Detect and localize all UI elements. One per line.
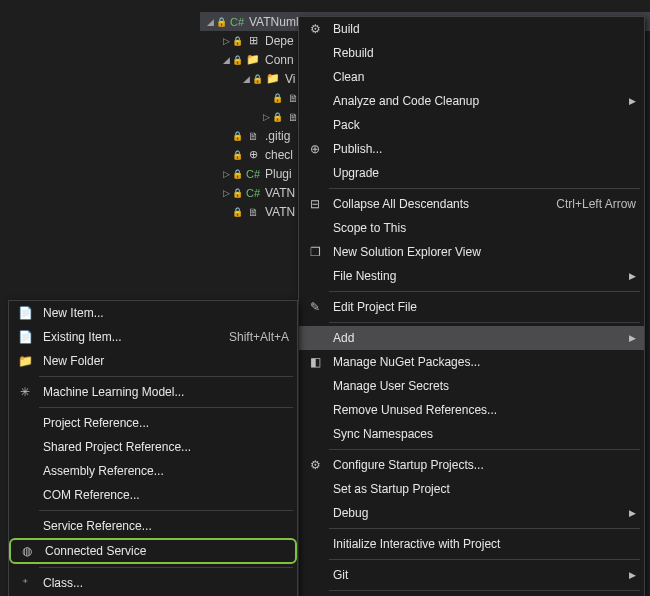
menu-item-machine-learning-model[interactable]: ✳Machine Learning Model... [9,380,297,404]
menu-shortcut: Shift+Alt+A [213,330,289,344]
menu-item-publish[interactable]: ⊕Publish... [299,137,644,161]
menu-item-manage-nuget-packages[interactable]: ◧Manage NuGet Packages... [299,350,644,374]
menu-item-assembly-reference[interactable]: Assembly Reference... [9,459,297,483]
collapse-icon: ⊟ [303,197,327,211]
lock-icon: 🔒 [252,74,263,84]
menu-item-label: Assembly Reference... [37,464,289,478]
menu-item-sync-namespaces[interactable]: Sync Namespaces [299,422,644,446]
menu-item-com-reference[interactable]: COM Reference... [9,483,297,507]
menu-item-label: Scope to This [327,221,636,235]
menu-separator [329,188,640,189]
startup-icon: ⚙ [303,458,327,472]
folder-icon: 📁 [245,52,261,68]
menu-item-edit-project-file[interactable]: ✎Edit Project File [299,295,644,319]
menu-item-new-solution-explorer-view[interactable]: ❐New Solution Explorer View [299,240,644,264]
lock-icon: 🔒 [232,207,243,217]
menu-item-label: Debug [327,506,621,520]
menu-item-label: Edit Project File [327,300,636,314]
menu-item-pack[interactable]: Pack [299,113,644,137]
menu-item-label: Add [327,331,621,345]
menu-item-label: File Nesting [327,269,621,283]
menu-separator [329,559,640,560]
menu-item-file-nesting[interactable]: File Nesting▶ [299,264,644,288]
menu-item-label: Remove Unused References... [327,403,636,417]
menu-item-configure-startup-projects[interactable]: ⚙Configure Startup Projects... [299,453,644,477]
ml-icon: ✳ [13,385,37,399]
dependencies-icon: ⊞ [245,33,261,49]
menu-separator [39,376,293,377]
menu-item-remove-unused-references[interactable]: Remove Unused References... [299,398,644,422]
existing-icon: 📄 [13,330,37,344]
menu-item-label: Existing Item... [37,330,213,344]
menu-item-collapse-all-descendants[interactable]: ⊟Collapse All DescendantsCtrl+Left Arrow [299,192,644,216]
menu-item-clean[interactable]: Clean [299,65,644,89]
menu-item-label: Sync Namespaces [327,427,636,441]
menu-item-initialize-interactive-with-project[interactable]: Initialize Interactive with Project [299,532,644,556]
menu-item-label: Shared Project Reference... [37,440,289,454]
chevron-right-icon: ▷ [220,169,232,179]
menu-item-existing-item[interactable]: 📄Existing Item...Shift+Alt+A [9,325,297,349]
menu-item-scope-to-this[interactable]: Scope to This [299,216,644,240]
lock-icon: 🔒 [232,131,243,141]
lock-icon: 🔒 [272,93,283,103]
file-icon: ⊕ [245,147,261,163]
nuget-icon: ◧ [303,355,327,369]
menu-item-label: Set as Startup Project [327,482,636,496]
menu-item-label: Upgrade [327,166,636,180]
menu-item-label: Project Reference... [37,416,289,430]
menu-item-manage-user-secrets[interactable]: Manage User Secrets [299,374,644,398]
menu-item-git[interactable]: Git▶ [299,563,644,587]
menu-separator [329,449,640,450]
menu-item-analyze-and-code-cleanup[interactable]: Analyze and Code Cleanup▶ [299,89,644,113]
menu-item-label: Connected Service [39,544,287,558]
menu-item-class[interactable]: ⁺Class... [9,571,297,595]
menu-item-upgrade[interactable]: Upgrade [299,161,644,185]
menu-item-shared-project-reference[interactable]: Shared Project Reference... [9,435,297,459]
menu-separator [329,590,640,591]
menu-item-new-folder[interactable]: 📁New Folder [9,349,297,373]
menu-item-label: Git [327,568,621,582]
newfolder-icon: 📁 [13,354,37,368]
chevron-down-icon: ◢ [204,17,216,27]
tree-label: Depe [265,34,294,48]
menu-item-new-item[interactable]: 📄New Item... [9,301,297,325]
menu-item-label: New Item... [37,306,289,320]
menu-item-rebuild[interactable]: Rebuild [299,41,644,65]
add-submenu: 📄New Item...📄Existing Item...Shift+Alt+A… [8,300,298,596]
menu-item-label: Clean [327,70,636,84]
cs-icon: C# [245,185,261,201]
menu-item-label: Collapse All Descendants [327,197,540,211]
menu-item-label: Machine Learning Model... [37,385,289,399]
menu-item-label: Class... [37,576,289,590]
menu-separator [329,291,640,292]
lock-icon: 🔒 [232,169,243,179]
submenu-arrow-icon: ▶ [621,271,636,281]
lock-icon: 🔒 [232,36,243,46]
menu-item-label: COM Reference... [37,488,289,502]
menu-item-project-reference[interactable]: Project Reference... [9,411,297,435]
tree-label: Vi [285,72,295,86]
tree-label: checl [265,148,293,162]
cs-icon: C# [245,166,261,182]
menu-item-debug[interactable]: Debug▶ [299,501,644,525]
menu-item-connected-service[interactable]: ◍Connected Service [9,538,297,564]
menu-item-label: Manage NuGet Packages... [327,355,636,369]
menu-item-set-as-startup-project[interactable]: Set as Startup Project [299,477,644,501]
lock-icon: 🔒 [232,188,243,198]
menu-item-build[interactable]: ⚙Build [299,17,644,41]
submenu-arrow-icon: ▶ [621,333,636,343]
lock-icon: 🔒 [232,150,243,160]
edit-icon: ✎ [303,300,327,314]
menu-separator [329,322,640,323]
submenu-arrow-icon: ▶ [621,508,636,518]
newview-icon: ❐ [303,245,327,259]
menu-item-add[interactable]: Add▶ [299,326,644,350]
menu-item-service-reference[interactable]: Service Reference... [9,514,297,538]
folder-icon: 📁 [265,71,281,87]
project-context-menu: ⚙BuildRebuildCleanAnalyze and Code Clean… [298,16,645,596]
csproj-icon: C# [229,14,245,30]
menu-item-label: Initialize Interactive with Project [327,537,636,551]
menu-item-label: Configure Startup Projects... [327,458,636,472]
menu-separator [39,567,293,568]
tree-label: VATN [265,205,295,219]
